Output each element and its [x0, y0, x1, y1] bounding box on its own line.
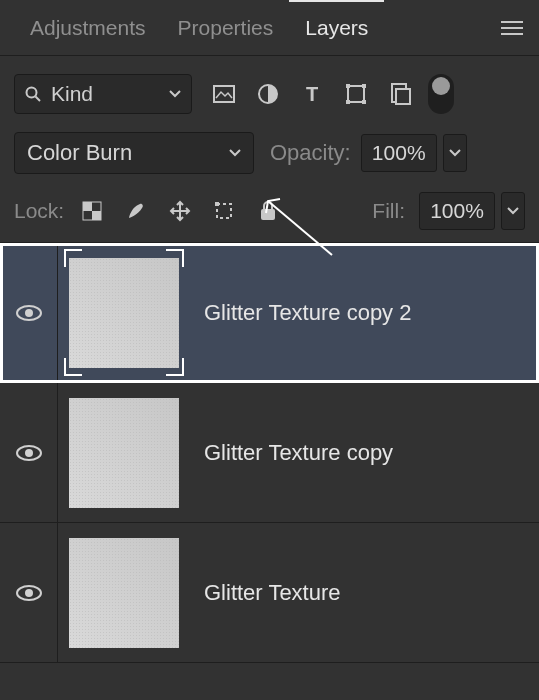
search-icon: [25, 86, 41, 102]
filter-kind-dropdown[interactable]: Kind: [14, 74, 192, 114]
svg-rect-10: [362, 84, 366, 88]
svg-rect-22: [261, 209, 275, 220]
opacity-label: Opacity:: [270, 140, 351, 166]
layer-filter-row: Kind T: [0, 56, 539, 124]
svg-point-24: [25, 309, 33, 317]
svg-rect-8: [348, 86, 364, 102]
tab-adjustments[interactable]: Adjustments: [14, 0, 162, 55]
blend-mode-dropdown[interactable]: Color Burn: [14, 132, 254, 174]
panel-menu-icon[interactable]: [495, 14, 529, 42]
svg-rect-21: [215, 202, 219, 206]
layer-row[interactable]: Glitter Texture copy: [0, 383, 539, 523]
tab-properties[interactable]: Properties: [162, 0, 290, 55]
layer-list: Glitter Texture copy 2 Glitter Texture c…: [0, 242, 539, 663]
filter-type-icons: T: [210, 80, 414, 108]
layer-row[interactable]: Glitter Texture copy 2: [0, 243, 539, 383]
blend-mode-label: Color Burn: [27, 140, 229, 166]
svg-text:T: T: [306, 84, 318, 104]
filter-shape-icon[interactable]: [342, 80, 370, 108]
filter-pixel-icon[interactable]: [210, 80, 238, 108]
fill-value-input[interactable]: 100%: [419, 192, 495, 230]
svg-rect-17: [92, 211, 101, 220]
layer-name[interactable]: Glitter Texture: [190, 580, 341, 606]
chevron-down-icon: [169, 90, 181, 98]
blend-mode-row: Color Burn Opacity: 100%: [0, 124, 539, 180]
layer-thumbnail[interactable]: [58, 243, 190, 382]
svg-rect-9: [346, 84, 350, 88]
lock-position-icon[interactable]: [166, 197, 194, 225]
svg-line-4: [36, 97, 41, 102]
layer-row[interactable]: Glitter Texture: [0, 523, 539, 663]
layer-name[interactable]: Glitter Texture copy: [190, 440, 393, 466]
opacity-value-input[interactable]: 100%: [361, 134, 437, 172]
panel-tabs: Adjustments Properties Layers: [0, 0, 539, 56]
filter-adjustment-icon[interactable]: [254, 80, 282, 108]
fill-label: Fill:: [372, 199, 405, 223]
filter-toggle-switch[interactable]: [428, 74, 454, 114]
svg-point-26: [25, 449, 33, 457]
visibility-toggle[interactable]: [0, 383, 58, 522]
eye-icon: [16, 304, 42, 322]
svg-point-3: [27, 88, 37, 98]
svg-rect-14: [396, 89, 410, 104]
layer-thumbnail[interactable]: [58, 523, 190, 662]
fill-dropdown-button[interactable]: [501, 192, 525, 230]
svg-point-28: [25, 589, 33, 597]
eye-icon: [16, 444, 42, 462]
svg-rect-12: [362, 100, 366, 104]
visibility-toggle[interactable]: [0, 523, 58, 662]
lock-row: Lock: Fill: 100%: [0, 180, 539, 242]
svg-rect-20: [217, 204, 231, 218]
visibility-toggle[interactable]: [0, 243, 58, 382]
layer-name[interactable]: Glitter Texture copy 2: [190, 300, 411, 326]
lock-pixels-icon[interactable]: [122, 197, 150, 225]
filter-smartobject-icon[interactable]: [386, 80, 414, 108]
lock-transparency-icon[interactable]: [78, 197, 106, 225]
tab-layers[interactable]: Layers: [289, 0, 384, 55]
lock-artboard-icon[interactable]: [210, 197, 238, 225]
lock-all-icon[interactable]: [254, 197, 282, 225]
chevron-down-icon: [229, 149, 241, 157]
lock-label: Lock:: [14, 199, 64, 223]
svg-rect-16: [83, 202, 92, 211]
eye-icon: [16, 584, 42, 602]
opacity-dropdown-button[interactable]: [443, 134, 467, 172]
filter-type-icon[interactable]: T: [298, 80, 326, 108]
filter-kind-label: Kind: [51, 82, 159, 106]
svg-rect-11: [346, 100, 350, 104]
layer-thumbnail[interactable]: [58, 383, 190, 522]
